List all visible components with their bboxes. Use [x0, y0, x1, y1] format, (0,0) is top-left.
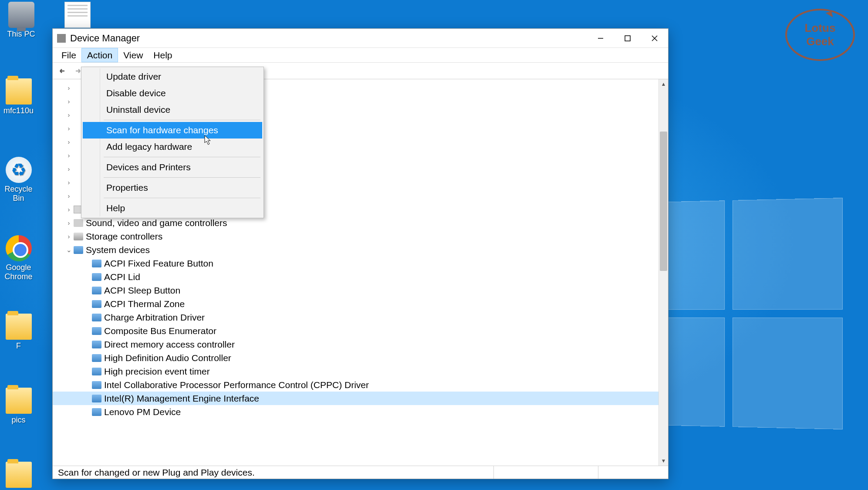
desktop-icon-f[interactable]: F: [0, 314, 37, 351]
folder-icon: [6, 314, 32, 340]
desktop-icon-notepad[interactable]: [59, 2, 96, 30]
tree-device-label: High precision event timer: [104, 366, 210, 377]
maximize-icon: [625, 35, 631, 41]
chevron-down-icon[interactable]: ⌄: [65, 246, 73, 254]
device-icon: [92, 408, 101, 416]
status-cell-2: [494, 466, 598, 479]
tree-category-label: Sound, video and game controllers: [86, 218, 227, 228]
chevron-right-icon[interactable]: ›: [65, 233, 73, 240]
titlebar[interactable]: Device Manager: [53, 29, 668, 48]
device-icon: [92, 354, 101, 362]
device-icon: [92, 341, 101, 348]
desktop-icon-pics[interactable]: pics: [0, 388, 37, 425]
storage-icon: [74, 233, 83, 240]
tree-device-item[interactable]: Lenovo PM Device: [53, 405, 659, 419]
chevron-right-icon[interactable]: ›: [65, 152, 73, 159]
tree-device-item[interactable]: Composite Bus Enumerator: [53, 324, 659, 338]
tree-device-label: Intel Collaborative Processor Performanc…: [104, 380, 369, 390]
menu-help[interactable]: Help: [148, 48, 177, 62]
desktop-icon-partial[interactable]: [0, 462, 37, 490]
desktop-icon-label: Google Chrome: [0, 263, 37, 281]
lotus-geek-watermark: Lotus Geek: [785, 9, 855, 61]
scroll-down-arrow-icon[interactable]: ▼: [659, 456, 668, 466]
scroll-up-arrow-icon[interactable]: ▲: [659, 79, 668, 89]
chevron-right-icon[interactable]: ›: [65, 98, 73, 105]
back-arrow-icon: [58, 68, 67, 74]
desktop-icon-label: F: [0, 341, 37, 351]
desktop-icon-this-pc[interactable]: This PC: [3, 2, 40, 39]
chevron-right-icon[interactable]: ›: [65, 179, 73, 186]
menu-separator: [104, 120, 260, 120]
status-cell-3: [598, 466, 668, 479]
tree-category-label: Storage controllers: [86, 231, 162, 242]
tree-device-item[interactable]: ACPI Fixed Feature Button: [53, 257, 659, 270]
menu-action[interactable]: Action: [81, 48, 118, 62]
tree-category-label: System devices: [86, 245, 150, 255]
window-title: Device Manager: [70, 33, 140, 44]
device-icon: [92, 287, 101, 294]
folder-icon: [6, 462, 32, 488]
tree-category[interactable]: ⌄System devices: [53, 243, 659, 257]
vertical-scrollbar[interactable]: ▲ ▼: [659, 79, 668, 466]
tree-device-label: ACPI Thermal Zone: [104, 299, 185, 309]
close-button[interactable]: [641, 29, 668, 48]
this-pc-icon: [8, 2, 34, 28]
desktop-icon-recycle-bin[interactable]: ♻ Recycle Bin: [0, 157, 37, 203]
desktop-icon-label: mfc110u: [0, 106, 37, 115]
tree-device-item[interactable]: Direct memory access controller: [53, 338, 659, 351]
tree-device-label: Composite Bus Enumerator: [104, 326, 216, 336]
chevron-right-icon[interactable]: ›: [65, 206, 73, 213]
chevron-right-icon[interactable]: ›: [65, 219, 73, 226]
minimize-button[interactable]: [587, 29, 614, 48]
menu-item-scan-for-hardware-changes[interactable]: Scan for hardware changes: [83, 122, 262, 139]
system-icon: [74, 246, 83, 254]
folder-icon: [6, 388, 32, 414]
chevron-right-icon[interactable]: ›: [65, 165, 73, 172]
tree-device-item[interactable]: Intel(R) Management Engine Interface: [53, 392, 659, 405]
tree-device-item[interactable]: High precision event timer: [53, 365, 659, 378]
chevron-right-icon[interactable]: ›: [65, 125, 73, 132]
chrome-icon: [6, 235, 32, 261]
menu-separator: [104, 157, 260, 157]
svg-rect-1: [625, 36, 630, 41]
tree-device-item[interactable]: ACPI Sleep Button: [53, 284, 659, 297]
menu-file[interactable]: File: [56, 48, 81, 62]
device-icon: [92, 273, 101, 281]
maximize-button[interactable]: [614, 29, 641, 48]
menu-item-properties[interactable]: Properties: [83, 179, 262, 196]
menu-item-devices-and-printers[interactable]: Devices and Printers: [83, 159, 262, 176]
desktop-icon-mfc110u[interactable]: mfc110u: [0, 78, 37, 115]
device-icon: [92, 327, 101, 335]
menu-separator: [104, 177, 260, 178]
chevron-right-icon[interactable]: ›: [65, 138, 73, 145]
desktop-icon-chrome[interactable]: Google Chrome: [0, 235, 37, 281]
tree-device-item[interactable]: ACPI Thermal Zone: [53, 297, 659, 311]
menu-item-add-legacy-hardware[interactable]: Add legacy hardware: [83, 139, 262, 155]
tree-category[interactable]: ›Storage controllers: [53, 230, 659, 243]
text-file-icon: [64, 2, 91, 28]
chevron-right-icon[interactable]: ›: [65, 192, 73, 199]
tree-device-item[interactable]: ACPI Lid: [53, 270, 659, 284]
menu-item-uninstall-device[interactable]: Uninstall device: [83, 101, 262, 118]
desktop-icon-label: pics: [0, 416, 37, 425]
device-icon: [92, 300, 101, 308]
menu-view[interactable]: View: [118, 48, 148, 62]
folder-icon: [6, 78, 32, 105]
chevron-right-icon[interactable]: ›: [65, 84, 73, 91]
menu-item-update-driver[interactable]: Update driver: [83, 68, 262, 85]
device-icon: [92, 381, 101, 389]
tree-device-item[interactable]: Intel Collaborative Processor Performanc…: [53, 378, 659, 392]
menu-item-disable-device[interactable]: Disable device: [83, 85, 262, 101]
device-icon: [92, 260, 101, 267]
action-dropdown-menu: Update driverDisable deviceUninstall dev…: [81, 67, 264, 218]
menu-item-help[interactable]: Help: [83, 200, 262, 216]
chevron-right-icon[interactable]: ›: [65, 111, 73, 118]
back-button[interactable]: [57, 65, 68, 77]
tree-device-item[interactable]: Charge Arbitration Driver: [53, 311, 659, 324]
scrollbar-thumb[interactable]: [660, 132, 667, 271]
tree-device-label: ACPI Fixed Feature Button: [104, 258, 213, 269]
device-icon: [92, 368, 101, 375]
device-icon: [92, 395, 101, 402]
tree-device-item[interactable]: High Definition Audio Controller: [53, 351, 659, 365]
minimize-icon: [598, 35, 604, 41]
